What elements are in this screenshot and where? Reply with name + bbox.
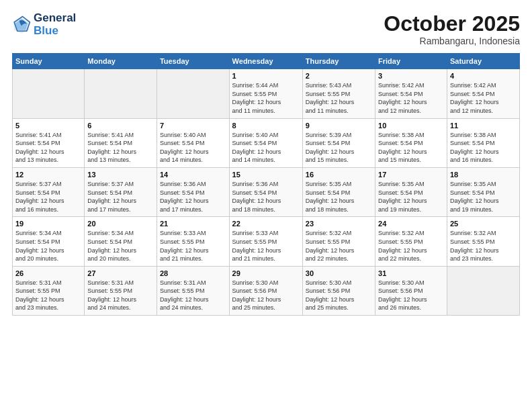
day-number: 1	[232, 72, 300, 80]
day-info: Sunrise: 5:32 AM Sunset: 5:55 PM Dayligh…	[306, 229, 372, 263]
day-info: Sunrise: 5:35 AM Sunset: 5:54 PM Dayligh…	[450, 180, 517, 214]
day-info: Sunrise: 5:40 AM Sunset: 5:54 PM Dayligh…	[160, 131, 226, 165]
calendar-table: SundayMondayTuesdayWednesdayThursdayFrid…	[12, 53, 520, 316]
day-info: Sunrise: 5:34 AM Sunset: 5:54 PM Dayligh…	[15, 229, 81, 263]
day-info: Sunrise: 5:37 AM Sunset: 5:54 PM Dayligh…	[15, 180, 81, 214]
calendar-header-row: SundayMondayTuesdayWednesdayThursdayFrid…	[13, 54, 520, 69]
calendar-cell: 15Sunrise: 5:36 AM Sunset: 5:54 PM Dayli…	[229, 167, 302, 216]
day-number: 22	[232, 220, 300, 228]
day-info: Sunrise: 5:31 AM Sunset: 5:55 PM Dayligh…	[160, 279, 226, 312]
day-info: Sunrise: 5:30 AM Sunset: 5:56 PM Dayligh…	[232, 279, 300, 312]
calendar-cell: 27Sunrise: 5:31 AM Sunset: 5:55 PM Dayli…	[85, 266, 157, 315]
weekday-header-saturday: Saturday	[447, 54, 519, 69]
day-info: Sunrise: 5:38 AM Sunset: 5:54 PM Dayligh…	[378, 131, 444, 165]
calendar-cell	[157, 69, 229, 118]
calendar-cell: 23Sunrise: 5:32 AM Sunset: 5:55 PM Dayli…	[302, 217, 375, 266]
calendar-week-4: 19Sunrise: 5:34 AM Sunset: 5:54 PM Dayli…	[13, 217, 520, 266]
day-info: Sunrise: 5:35 AM Sunset: 5:54 PM Dayligh…	[378, 180, 444, 214]
day-info: Sunrise: 5:36 AM Sunset: 5:54 PM Dayligh…	[232, 180, 300, 214]
day-info: Sunrise: 5:40 AM Sunset: 5:54 PM Dayligh…	[232, 131, 300, 165]
calendar-cell: 28Sunrise: 5:31 AM Sunset: 5:55 PM Dayli…	[157, 266, 229, 315]
day-number: 21	[160, 220, 226, 228]
weekday-header-wednesday: Wednesday	[229, 54, 302, 69]
calendar-cell: 13Sunrise: 5:37 AM Sunset: 5:54 PM Dayli…	[85, 167, 157, 216]
day-info: Sunrise: 5:33 AM Sunset: 5:55 PM Dayligh…	[160, 229, 226, 263]
day-number: 27	[87, 269, 154, 277]
day-number: 30	[306, 269, 372, 277]
calendar-cell: 19Sunrise: 5:34 AM Sunset: 5:54 PM Dayli…	[13, 217, 85, 266]
weekday-header-sunday: Sunday	[13, 54, 85, 69]
day-info: Sunrise: 5:33 AM Sunset: 5:55 PM Dayligh…	[232, 229, 300, 263]
calendar-cell: 25Sunrise: 5:32 AM Sunset: 5:55 PM Dayli…	[447, 217, 519, 266]
day-number: 14	[160, 171, 226, 179]
day-info: Sunrise: 5:34 AM Sunset: 5:54 PM Dayligh…	[87, 229, 154, 263]
day-number: 13	[87, 171, 154, 179]
day-number: 24	[378, 220, 444, 228]
day-number: 9	[306, 122, 372, 130]
day-number: 3	[378, 72, 444, 80]
calendar-cell: 14Sunrise: 5:36 AM Sunset: 5:54 PM Dayli…	[157, 167, 229, 216]
day-info: Sunrise: 5:43 AM Sunset: 5:55 PM Dayligh…	[306, 81, 372, 115]
logo: General Blue	[12, 12, 76, 37]
calendar-week-2: 5Sunrise: 5:41 AM Sunset: 5:54 PM Daylig…	[13, 118, 520, 167]
page-header: General Blue October 2025 Rambangaru, In…	[12, 12, 520, 46]
calendar-week-1: 1Sunrise: 5:44 AM Sunset: 5:55 PM Daylig…	[13, 69, 520, 118]
day-number: 26	[15, 269, 81, 277]
day-number: 19	[15, 220, 81, 228]
day-info: Sunrise: 5:37 AM Sunset: 5:54 PM Dayligh…	[87, 180, 154, 214]
day-number: 18	[450, 171, 517, 179]
calendar-cell: 26Sunrise: 5:31 AM Sunset: 5:55 PM Dayli…	[13, 266, 85, 315]
day-info: Sunrise: 5:31 AM Sunset: 5:55 PM Dayligh…	[87, 279, 154, 312]
weekday-header-monday: Monday	[85, 54, 157, 69]
calendar-cell: 11Sunrise: 5:38 AM Sunset: 5:54 PM Dayli…	[447, 118, 519, 167]
day-number: 11	[450, 122, 517, 130]
day-info: Sunrise: 5:32 AM Sunset: 5:55 PM Dayligh…	[378, 229, 444, 263]
calendar-week-3: 12Sunrise: 5:37 AM Sunset: 5:54 PM Dayli…	[13, 167, 520, 216]
day-number: 23	[306, 220, 372, 228]
calendar-cell: 3Sunrise: 5:42 AM Sunset: 5:54 PM Daylig…	[375, 69, 447, 118]
calendar-cell: 12Sunrise: 5:37 AM Sunset: 5:54 PM Dayli…	[13, 167, 85, 216]
calendar-cell: 16Sunrise: 5:35 AM Sunset: 5:54 PM Dayli…	[302, 167, 375, 216]
day-info: Sunrise: 5:42 AM Sunset: 5:54 PM Dayligh…	[378, 81, 444, 115]
day-number: 15	[232, 171, 300, 179]
calendar-cell: 2Sunrise: 5:43 AM Sunset: 5:55 PM Daylig…	[302, 69, 375, 118]
day-number: 4	[450, 72, 517, 80]
day-info: Sunrise: 5:32 AM Sunset: 5:55 PM Dayligh…	[450, 229, 517, 263]
calendar-cell: 30Sunrise: 5:30 AM Sunset: 5:56 PM Dayli…	[302, 266, 375, 315]
month-title: October 2025	[384, 12, 520, 36]
day-number: 5	[15, 122, 81, 130]
weekday-header-tuesday: Tuesday	[157, 54, 229, 69]
calendar-cell: 9Sunrise: 5:39 AM Sunset: 5:54 PM Daylig…	[302, 118, 375, 167]
day-info: Sunrise: 5:38 AM Sunset: 5:54 PM Dayligh…	[450, 131, 517, 165]
day-number: 29	[232, 269, 300, 277]
calendar-cell: 18Sunrise: 5:35 AM Sunset: 5:54 PM Dayli…	[447, 167, 519, 216]
calendar-cell	[447, 266, 519, 315]
calendar-cell: 17Sunrise: 5:35 AM Sunset: 5:54 PM Dayli…	[375, 167, 447, 216]
calendar-cell	[13, 69, 85, 118]
day-number: 12	[15, 171, 81, 179]
day-number: 20	[87, 220, 154, 228]
calendar-cell: 29Sunrise: 5:30 AM Sunset: 5:56 PM Dayli…	[229, 266, 302, 315]
day-info: Sunrise: 5:41 AM Sunset: 5:54 PM Dayligh…	[87, 131, 154, 165]
calendar-cell: 21Sunrise: 5:33 AM Sunset: 5:55 PM Dayli…	[157, 217, 229, 266]
calendar-cell: 20Sunrise: 5:34 AM Sunset: 5:54 PM Dayli…	[85, 217, 157, 266]
day-number: 2	[306, 72, 372, 80]
day-info: Sunrise: 5:30 AM Sunset: 5:56 PM Dayligh…	[378, 279, 444, 312]
day-info: Sunrise: 5:35 AM Sunset: 5:54 PM Dayligh…	[306, 180, 372, 214]
day-number: 7	[160, 122, 226, 130]
calendar-cell	[85, 69, 157, 118]
day-info: Sunrise: 5:30 AM Sunset: 5:56 PM Dayligh…	[306, 279, 372, 312]
calendar-cell: 1Sunrise: 5:44 AM Sunset: 5:55 PM Daylig…	[229, 69, 302, 118]
calendar-week-5: 26Sunrise: 5:31 AM Sunset: 5:55 PM Dayli…	[13, 266, 520, 315]
location: Rambangaru, Indonesia	[384, 36, 520, 46]
calendar-cell: 7Sunrise: 5:40 AM Sunset: 5:54 PM Daylig…	[157, 118, 229, 167]
day-number: 25	[450, 220, 517, 228]
day-info: Sunrise: 5:36 AM Sunset: 5:54 PM Dayligh…	[160, 180, 226, 214]
calendar-cell: 24Sunrise: 5:32 AM Sunset: 5:55 PM Dayli…	[375, 217, 447, 266]
day-info: Sunrise: 5:31 AM Sunset: 5:55 PM Dayligh…	[15, 279, 81, 312]
logo-text-blue: Blue	[34, 25, 76, 38]
logo-icon	[12, 15, 31, 34]
day-number: 8	[232, 122, 300, 130]
day-info: Sunrise: 5:41 AM Sunset: 5:54 PM Dayligh…	[15, 131, 81, 165]
day-number: 31	[378, 269, 444, 277]
